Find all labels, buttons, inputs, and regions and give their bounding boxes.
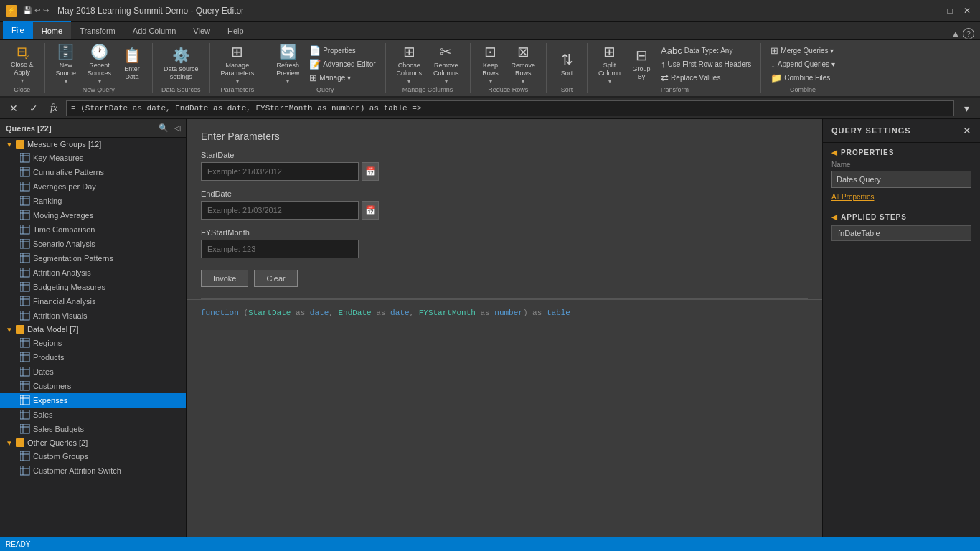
append-queries-button[interactable]: ↓ Append Queries ▾ [767,57,839,70]
merge-queries-button[interactable]: ⊞ Merge Queries ▾ [767,44,839,57]
minimize-button[interactable]: — [925,4,940,17]
sidebar-item-expenses[interactable]: Expenses [0,393,186,408]
split-col-dropdown[interactable]: ▾ [608,78,611,85]
undo-icon[interactable]: ↩ [34,6,40,14]
sidebar-item-sales-budgets[interactable]: Sales Budgets [0,422,186,436]
enddate-calendar-button[interactable]: 📅 [362,201,379,220]
sidebar-item-moving-averages[interactable]: Moving Averages [0,208,186,222]
help-icon[interactable]: ? [963,28,974,39]
manage-button[interactable]: ⊞ Manage ▾ [306,71,379,84]
recent-sources-dropdown[interactable]: ▾ [98,78,101,85]
parameters-group-label: Parameters [216,85,260,93]
sidebar-item-regions[interactable]: Regions [0,336,186,350]
table-icon [20,210,30,220]
sidebar-item-key-measures[interactable]: Key Measures [0,151,186,165]
enter-data-button[interactable]: 📋 EnterData [118,43,146,85]
manage-params-dropdown[interactable]: ▾ [236,78,239,85]
sidebar-item-attrition-analysis[interactable]: Attrition Analysis [0,265,186,280]
all-properties-link[interactable]: All Properties [831,193,874,201]
sidebar-item-scenario-analysis[interactable]: Scenario Analysis [0,237,186,251]
close-window-button[interactable]: ✕ [960,4,974,17]
formula-accept-button[interactable]: ✓ [26,100,42,116]
svg-rect-6 [20,182,29,191]
keep-rows-dropdown[interactable]: ▾ [489,78,492,85]
sidebar-item-custom-groups[interactable]: Custom Groups [0,449,186,463]
sidebar-item-financial-analysis[interactable]: Financial Analysis [0,294,186,309]
remove-rows-dropdown[interactable]: ▾ [522,78,524,85]
advanced-editor-button[interactable]: 📝 Advanced Editor [306,57,379,70]
new-source-button[interactable]: 🗄️ NewSource ▾ [51,43,82,85]
save-icon[interactable]: 💾 [23,6,32,14]
sidebar-item-segmentation-patterns[interactable]: Segmentation Patterns [0,251,186,265]
first-row-header-button[interactable]: ↑ Use First Row as Headers [657,57,755,70]
replace-values-button[interactable]: ⇄ Replace Values [657,71,755,84]
ribbon-collapse-icon[interactable]: ▲ [951,29,960,39]
sidebar-item-cumulative-patterns[interactable]: Cumulative Patterns [0,165,186,179]
tab-home[interactable]: Home [33,21,71,39]
formula-fx-button[interactable]: fx [46,100,62,116]
measure-groups-header[interactable]: ▼ Measure Groups [12] [0,138,186,151]
sidebar-item-budgeting-measures[interactable]: Budgeting Measures [0,280,186,294]
table-icon [20,395,30,405]
data-model-header[interactable]: ▼ Data Model [7] [0,323,186,336]
sort-ascending-button[interactable]: ⇅ Sort [552,43,581,85]
folder-expand-icon: ▼ [6,326,13,334]
properties-button[interactable]: 📄 Properties [306,44,379,57]
sidebar-item-dates[interactable]: Dates [0,364,186,379]
fystartmonth-input[interactable] [201,240,359,258]
remove-rows-button[interactable]: ⊠ RemoveRows ▾ [507,43,541,85]
clear-button[interactable]: Clear [254,270,297,287]
enddate-input[interactable] [201,201,359,220]
query-group-label: Query [271,85,379,93]
remove-columns-button[interactable]: ✂ RemoveColumns ▾ [428,43,464,85]
query-settings-close-button[interactable]: ✕ [963,125,971,136]
sidebar-item-sales[interactable]: Sales [0,408,186,422]
close-apply-button[interactable]: ⊟ ✓ Close &Apply ▾ [6,43,39,85]
sidebar-item-ranking[interactable]: Ranking [0,194,186,208]
formula-input[interactable] [66,100,954,116]
remove-col-dropdown[interactable]: ▾ [445,78,448,85]
data-type-button[interactable]: Aabc Data Type: Any [657,44,755,57]
startdate-calendar-button[interactable]: 📅 [362,162,379,181]
data-source-settings-button[interactable]: ⚙️ Data sourcesettings [159,43,204,85]
refresh-preview-button[interactable]: 🔄 RefreshPreview ▾ [271,43,304,85]
combine-files-button[interactable]: 📁 Combine Files [767,71,839,84]
query-name-input[interactable] [831,171,971,188]
formula-cancel-button[interactable]: ✕ [6,100,22,116]
tab-transform[interactable]: Transform [71,21,124,39]
sidebar-item-customers[interactable]: Customers [0,379,186,393]
choose-columns-button[interactable]: ⊞ ChooseColumns ▾ [392,43,428,85]
svg-rect-21 [20,253,29,263]
table-icon [20,451,30,461]
sidebar-collapse-button[interactable]: ◁ [174,123,180,133]
tab-file[interactable]: File [3,21,33,39]
tab-add-column[interactable]: Add Column [124,21,185,39]
step-fnDateTable[interactable]: fnDateTable [831,225,971,241]
split-column-button[interactable]: ⊞ SplitColumn ▾ [593,43,626,85]
new-source-dropdown[interactable]: ▾ [65,78,67,85]
sidebar-item-products[interactable]: Products [0,350,186,364]
redo-icon[interactable]: ↪ [43,6,49,14]
recent-sources-button[interactable]: 🕐 RecentSources ▾ [83,43,116,85]
invoke-button[interactable]: Invoke [201,270,248,287]
manage-parameters-button[interactable]: ⊞ ManageParameters ▾ [216,43,260,85]
table-icon [20,225,30,235]
startdate-input[interactable] [201,162,359,181]
formula-expand-button[interactable]: ▾ [958,100,974,116]
folder-color-icon2 [16,438,24,447]
tab-view[interactable]: View [184,21,219,39]
close-apply-dropdown[interactable]: ▾ [21,77,24,84]
search-icon[interactable]: 🔍 [159,123,169,133]
tab-help[interactable]: Help [219,21,253,39]
refresh-dropdown[interactable]: ▾ [286,78,289,85]
choose-col-dropdown[interactable]: ▾ [407,78,410,85]
other-queries-header[interactable]: ▼ Other Queries [2] [0,436,186,449]
maximize-button[interactable]: □ [943,4,957,17]
sidebar-scroll[interactable]: ▼ Measure Groups [12] Key Measures Cumul… [0,138,186,537]
group-by-button[interactable]: ⊟ GroupBy [627,43,656,85]
sidebar-item-averages-per-day[interactable]: Averages per Day [0,179,186,194]
sidebar-item-attrition-visuals[interactable]: Attrition Visuals [0,309,186,323]
keep-rows-button[interactable]: ⊡ KeepRows ▾ [476,43,505,85]
sidebar-item-customer-attrition-switch[interactable]: Customer Attrition Switch [0,463,186,478]
sidebar-item-time-comparison[interactable]: Time Comparison [0,222,186,237]
